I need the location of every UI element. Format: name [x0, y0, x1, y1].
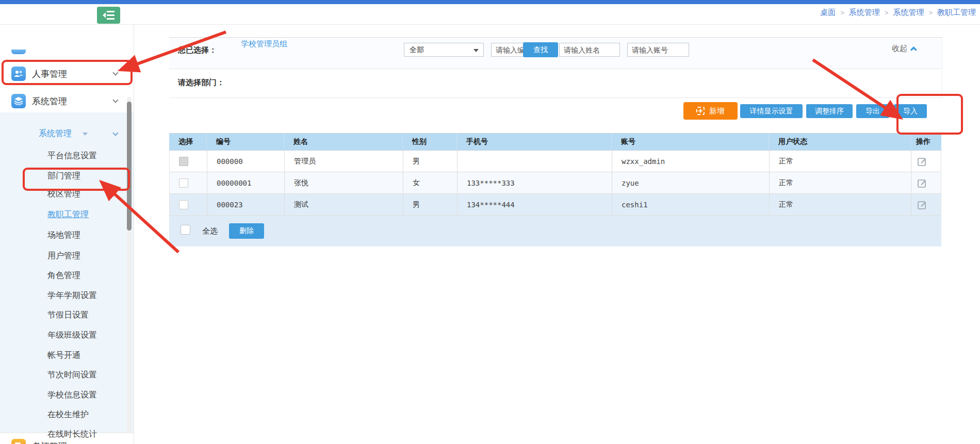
top-accent-bar	[0, 0, 980, 4]
clipped-menu-icon	[11, 50, 26, 54]
breadcrumb-system-2[interactable]: 系统管理	[893, 8, 924, 17]
breadcrumb-system-1[interactable]: 系统管理	[849, 8, 880, 17]
cell-id: 00000001	[207, 172, 284, 193]
chevron-down-icon	[112, 130, 118, 136]
submenu-item-holiday[interactable]: 节假日设置	[47, 310, 89, 321]
cell-status: 正常	[769, 194, 911, 215]
scope-dropdown[interactable]: 全部	[404, 43, 484, 57]
col-header-gender: 性别	[402, 134, 456, 150]
edit-icon[interactable]	[918, 178, 927, 188]
sidebar-submenu: 系统管理 平台信息设置 部门管理 校区管理 教职工管理 场地管理 用户管理 角色…	[0, 112, 134, 433]
cell-id: 000023	[207, 194, 284, 215]
delete-button[interactable]: 删除	[229, 223, 264, 239]
cell-phone	[457, 151, 612, 172]
import-button[interactable]: 导入	[894, 104, 927, 118]
col-header-status: 用户状态	[769, 134, 910, 150]
submenu-item-platform-info[interactable]: 平台信息设置	[47, 151, 97, 161]
sidebar-item-label: 人事管理	[32, 68, 67, 80]
cell-account: zyue	[612, 172, 769, 193]
edit-icon[interactable]	[918, 157, 927, 166]
sidebar-scrollbar-thumb[interactable]	[127, 102, 132, 231]
col-header-select: 选择	[169, 134, 206, 150]
table-footer-bar: 全选 删除	[169, 216, 941, 246]
chevron-down-icon	[112, 442, 118, 444]
adjust-sort-button[interactable]: 调整排序	[806, 104, 853, 118]
table-row: 000000 管理员 男 wzxx_admin 正常	[169, 151, 941, 172]
sidebar-item-label: 系统管理	[32, 95, 67, 107]
submenu-item-user[interactable]: 用户管理	[47, 251, 80, 261]
col-header-name: 姓名	[284, 134, 402, 150]
layers-icon	[11, 94, 26, 108]
breadcrumb-separator: >	[928, 9, 933, 17]
dept-group-link[interactable]: 学校管理员组	[241, 39, 287, 49]
cell-name: 测试	[284, 194, 403, 215]
breadcrumb: 桌面>系统管理>系统管理>教职工管理	[820, 8, 976, 18]
dept-select-label: 请选择部门：	[178, 78, 224, 88]
col-header-account: 账号	[611, 134, 769, 150]
submenu-item-role[interactable]: 角色管理	[47, 270, 80, 281]
menu-fold-icon	[103, 10, 115, 20]
cell-gender: 男	[403, 151, 457, 172]
chevron-up-icon	[910, 46, 917, 53]
cell-phone: 133*****333	[457, 172, 612, 193]
caret-down-icon	[83, 133, 88, 136]
table-row: 000023 测试 男 134*****444 ceshi1 正常	[169, 194, 941, 216]
page: 桌面>系统管理>系统管理>教职工管理 人事管理	[0, 0, 980, 444]
breadcrumb-staff-mgmt[interactable]: 教职工管理	[937, 8, 976, 17]
submenu-item-account-open[interactable]: 帐号开通	[47, 350, 80, 361]
submenu-item-enrolled-students[interactable]: 在校生维护	[47, 409, 89, 420]
submenu-header-system-management[interactable]: 系统管理	[39, 128, 72, 139]
sidebar: 人事管理 系统管理 系统管理 平台信息设置 部门管理 校区管理 教职工管理 场地…	[0, 25, 134, 444]
cell-name: 张悦	[284, 172, 403, 193]
select-all-label: 全选	[202, 226, 218, 236]
submenu-item-staff-management[interactable]: 教职工管理	[47, 209, 89, 220]
submenu-item-school-info[interactable]: 学校信息设置	[47, 390, 97, 401]
cell-account: wzxx_admin	[612, 151, 769, 172]
col-header-actions: 操作	[910, 134, 940, 150]
submenu-item-campus[interactable]: 校区管理	[47, 189, 80, 200]
cell-status: 正常	[769, 172, 911, 193]
scope-dropdown-value: 全部	[410, 45, 424, 55]
edit-icon[interactable]	[918, 200, 927, 209]
col-header-phone: 手机号	[456, 134, 611, 150]
cell-phone: 134*****444	[457, 194, 612, 215]
chevron-down-icon	[112, 97, 118, 103]
row-checkbox[interactable]	[179, 178, 188, 188]
add-button-label: 新增	[709, 106, 725, 116]
caret-down-icon	[473, 49, 479, 52]
chevron-down-icon	[112, 70, 118, 75]
submenu-item-venue[interactable]: 场地管理	[47, 230, 80, 241]
collapse-panel-link[interactable]: 收起	[892, 44, 917, 54]
collapse-label: 收起	[892, 44, 907, 53]
breadcrumb-desktop[interactable]: 桌面	[820, 8, 836, 17]
submenu-item-period-time[interactable]: 节次时间设置	[47, 370, 97, 381]
col-header-id: 编号	[206, 134, 284, 150]
breadcrumb-separator: >	[840, 9, 844, 17]
search-button[interactable]: 查找	[523, 42, 558, 57]
submenu-item-grade-class[interactable]: 年级班级设置	[47, 330, 97, 341]
row-checkbox[interactable]	[179, 157, 188, 166]
sidebar-item-system-management[interactable]: 系统管理	[0, 91, 134, 111]
clipboard-icon	[11, 439, 26, 444]
sidebar-item-evaluation-management[interactable]: 考评管理	[0, 436, 134, 444]
cell-id: 000000	[207, 151, 284, 172]
name-input[interactable]	[559, 43, 620, 57]
submenu-item-department[interactable]: 部门管理	[47, 171, 80, 182]
export-button[interactable]: 导出	[856, 104, 889, 118]
breadcrumb-separator: >	[885, 9, 889, 17]
plus-icon	[696, 107, 705, 115]
select-all-checkbox[interactable]	[181, 225, 190, 235]
cell-status: 正常	[769, 151, 911, 172]
cell-name: 管理员	[284, 151, 403, 172]
table-header-row: 选择 编号 姓名 性别 手机号 账号 用户状态 操作	[169, 133, 941, 151]
people-icon	[11, 67, 26, 81]
table-row: 00000001 张悦 女 133*****333 zyue 正常	[169, 172, 941, 194]
account-input[interactable]	[627, 43, 689, 57]
cell-gender: 女	[403, 172, 457, 193]
row-checkbox[interactable]	[179, 200, 188, 209]
sidebar-collapse-button[interactable]	[97, 7, 120, 24]
sidebar-item-hr-management[interactable]: 人事管理	[0, 63, 134, 84]
add-button[interactable]: 新增	[683, 102, 738, 120]
detail-display-settings-button[interactable]: 详情显示设置	[740, 104, 803, 118]
submenu-item-academic-term[interactable]: 学年学期设置	[47, 290, 97, 301]
